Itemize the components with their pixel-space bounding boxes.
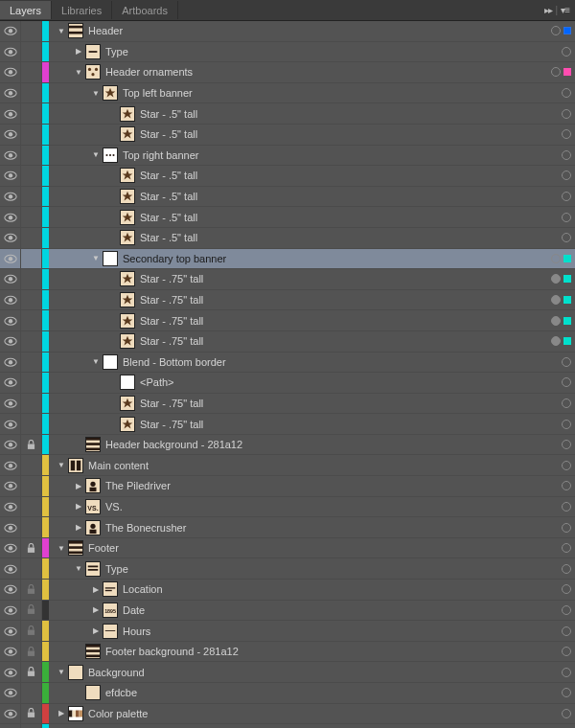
disclosure-arrow[interactable]: ▶ <box>72 523 85 532</box>
layer-label[interactable]: Star - .75" tall <box>140 398 203 409</box>
layer-row-ftype[interactable]: ▼Type <box>0 558 575 580</box>
layer-label[interactable]: Top left banner <box>123 87 193 99</box>
layer-row-tlb[interactable]: ▼Top left banner <box>0 83 575 104</box>
target-icon[interactable] <box>562 647 571 656</box>
visibility-toggle[interactable] <box>0 21 21 41</box>
visibility-toggle[interactable] <box>0 435 21 455</box>
layer-row-bone[interactable]: ▶The Bonecrusher <box>0 517 575 538</box>
lock-toggle[interactable] <box>21 558 42 579</box>
layer-label[interactable]: Hours <box>123 626 150 637</box>
target-icon[interactable] <box>562 688 571 697</box>
layer-label[interactable]: Star - .5" tall <box>140 170 197 181</box>
target-icon[interactable] <box>562 584 571 594</box>
layer-row-s9[interactable]: Star - .75" tall <box>0 310 575 331</box>
target-icon[interactable] <box>551 295 561 305</box>
visibility-toggle[interactable] <box>0 166 21 186</box>
disclosure-arrow[interactable]: ▶ <box>89 605 103 614</box>
target-icon[interactable] <box>562 481 571 490</box>
layer-row-fbg[interactable]: Footer background - 281a12 <box>0 642 575 663</box>
layer-row-s12[interactable]: Star - .75" tall <box>0 414 575 435</box>
layer-label[interactable]: Star - .5" tall <box>140 232 197 243</box>
target-icon[interactable] <box>562 564 571 574</box>
disclosure-arrow[interactable]: ▶ <box>55 709 68 717</box>
visibility-toggle[interactable] <box>0 621 21 641</box>
layer-row-path[interactable]: <Path> <box>0 373 575 394</box>
target-icon[interactable] <box>562 668 571 677</box>
lock-toggle[interactable] <box>21 228 42 248</box>
lock-toggle[interactable] <box>21 517 42 537</box>
lock-toggle[interactable] <box>21 373 42 393</box>
collapse-icon[interactable]: ▸▸ <box>544 5 552 15</box>
layer-label[interactable]: The Piledriver <box>105 480 171 491</box>
visibility-toggle[interactable] <box>0 373 21 393</box>
target-icon[interactable] <box>551 67 561 77</box>
visibility-toggle[interactable] <box>0 62 21 82</box>
lock-toggle[interactable] <box>21 146 42 166</box>
lock-toggle[interactable] <box>21 249 42 269</box>
target-icon[interactable] <box>562 543 571 553</box>
lock-toggle[interactable] <box>21 207 42 227</box>
lock-toggle[interactable] <box>21 476 42 496</box>
visibility-toggle[interactable] <box>0 683 21 703</box>
visibility-toggle[interactable] <box>0 125 21 145</box>
visibility-toggle[interactable] <box>0 724 21 728</box>
layer-label[interactable]: Secondary top banner <box>123 253 226 264</box>
disclosure-arrow[interactable]: ▼ <box>55 27 68 35</box>
visibility-toggle[interactable] <box>0 476 21 496</box>
lock-toggle[interactable] <box>21 704 42 724</box>
disclosure-arrow[interactable]: ▼ <box>89 150 103 159</box>
lock-toggle[interactable] <box>21 394 42 414</box>
visibility-toggle[interactable] <box>0 497 21 517</box>
lock-toggle[interactable] <box>21 187 42 207</box>
visibility-toggle[interactable] <box>0 455 21 475</box>
layer-label[interactable]: Star - .75" tall <box>140 294 203 306</box>
visibility-toggle[interactable] <box>0 228 21 248</box>
disclosure-arrow[interactable]: ▼ <box>55 461 68 469</box>
disclosure-arrow[interactable]: ▶ <box>89 626 103 635</box>
target-icon[interactable] <box>562 150 571 160</box>
layer-label[interactable]: Star - .75" tall <box>140 315 203 327</box>
layer-label[interactable]: Type <box>105 46 128 57</box>
lock-toggle[interactable] <box>21 290 42 310</box>
lock-toggle[interactable] <box>21 353 42 373</box>
target-icon[interactable] <box>562 440 571 449</box>
visibility-toggle[interactable] <box>0 207 21 227</box>
tab-libraries[interactable]: Libraries <box>52 1 112 19</box>
target-icon[interactable] <box>562 523 571 533</box>
layer-row-guides[interactable]: ▶Guides <box>0 724 575 728</box>
disclosure-arrow[interactable]: ▶ <box>72 482 85 490</box>
panel-menu-icon[interactable]: ▾≡ <box>561 5 569 15</box>
target-icon[interactable] <box>551 316 561 326</box>
tab-layers[interactable]: Layers <box>0 1 52 19</box>
lock-toggle[interactable] <box>21 601 42 621</box>
layer-label[interactable]: VS. <box>105 501 123 512</box>
visibility-toggle[interactable] <box>0 310 21 330</box>
layer-row-s11[interactable]: Star - .75" tall <box>0 394 575 415</box>
layer-label[interactable]: Background <box>88 667 145 678</box>
lock-toggle[interactable] <box>21 125 42 145</box>
visibility-toggle[interactable] <box>0 414 21 434</box>
lock-toggle[interactable] <box>21 331 42 352</box>
lock-toggle[interactable] <box>21 538 42 558</box>
visibility-toggle[interactable] <box>0 558 21 579</box>
layer-row-trb[interactable]: ▼Top right banner <box>0 146 575 167</box>
layer-row-loc[interactable]: ▶Location <box>0 580 575 601</box>
disclosure-arrow[interactable]: ▼ <box>72 68 85 77</box>
lock-toggle[interactable] <box>21 42 42 62</box>
visibility-toggle[interactable] <box>0 331 21 352</box>
layer-label[interactable]: Main content <box>88 460 149 471</box>
layer-row-s5[interactable]: Star - .5" tall <box>0 207 575 228</box>
layer-label[interactable]: Header background - 281a12 <box>105 439 242 450</box>
lock-toggle[interactable] <box>21 724 42 728</box>
target-icon[interactable] <box>551 336 561 346</box>
layer-label[interactable]: Star - .75" tall <box>140 335 203 347</box>
layer-label[interactable]: Star - .5" tall <box>140 128 197 140</box>
target-icon[interactable] <box>562 502 571 512</box>
target-icon[interactable] <box>562 709 571 718</box>
layer-label[interactable]: Star - .75" tall <box>140 419 203 430</box>
lock-toggle[interactable] <box>21 642 42 662</box>
target-icon[interactable] <box>562 626 571 636</box>
layer-row-hbg[interactable]: Header background - 281a12 <box>0 435 575 456</box>
layer-label[interactable]: Date <box>123 604 145 616</box>
disclosure-arrow[interactable]: ▼ <box>89 357 103 366</box>
